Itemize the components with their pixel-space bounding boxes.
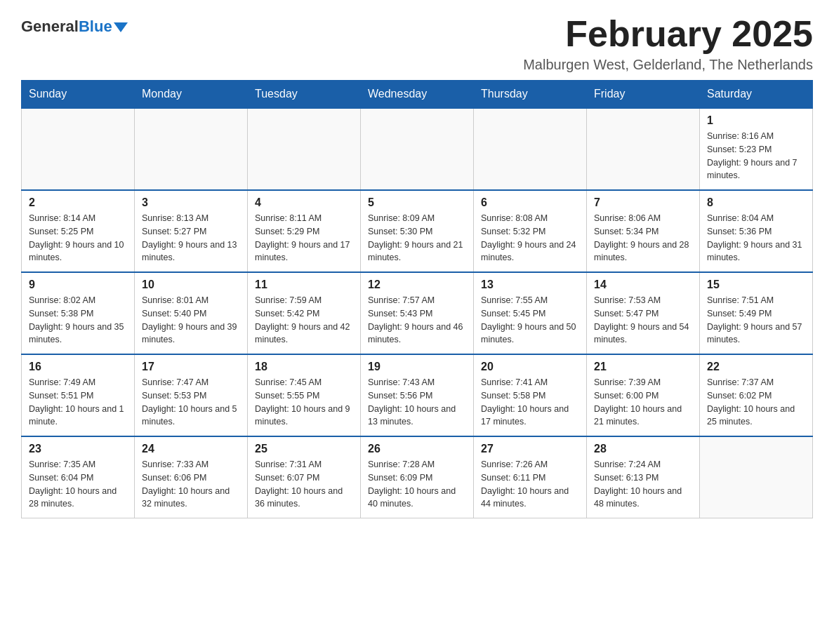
calendar-cell [361, 108, 474, 190]
day-info: Sunrise: 7:59 AM Sunset: 5:42 PM Dayligh… [255, 294, 353, 347]
month-year-title: February 2025 [523, 14, 813, 54]
day-of-week-monday: Monday [135, 81, 248, 109]
calendar-cell: 8Sunrise: 8:04 AM Sunset: 5:36 PM Daylig… [700, 190, 813, 272]
calendar-cell [248, 108, 361, 190]
days-of-week-row: SundayMondayTuesdayWednesdayThursdayFrid… [22, 81, 813, 109]
calendar-cell: 4Sunrise: 8:11 AM Sunset: 5:29 PM Daylig… [248, 190, 361, 272]
calendar-cell: 14Sunrise: 7:53 AM Sunset: 5:47 PM Dayli… [587, 272, 700, 354]
day-info: Sunrise: 7:43 AM Sunset: 5:56 PM Dayligh… [368, 376, 466, 429]
day-info: Sunrise: 7:37 AM Sunset: 6:02 PM Dayligh… [707, 376, 805, 429]
day-number: 6 [481, 196, 579, 209]
calendar-cell: 7Sunrise: 8:06 AM Sunset: 5:34 PM Daylig… [587, 190, 700, 272]
calendar-cell [700, 436, 813, 518]
day-info: Sunrise: 7:51 AM Sunset: 5:49 PM Dayligh… [707, 294, 805, 347]
day-info: Sunrise: 8:08 AM Sunset: 5:32 PM Dayligh… [481, 212, 579, 264]
day-of-week-sunday: Sunday [22, 81, 135, 109]
day-number: 15 [707, 279, 805, 291]
calendar-cell [587, 108, 700, 190]
calendar-week-4: 16Sunrise: 7:49 AM Sunset: 5:51 PM Dayli… [22, 354, 813, 436]
day-number: 3 [142, 196, 240, 209]
day-number: 16 [29, 361, 127, 373]
day-info: Sunrise: 7:26 AM Sunset: 6:11 PM Dayligh… [481, 458, 579, 511]
day-number: 19 [368, 361, 466, 373]
calendar-cell: 9Sunrise: 8:02 AM Sunset: 5:38 PM Daylig… [22, 272, 135, 354]
day-number: 27 [481, 443, 579, 455]
page-header: General Blue February 2025 Malburgen Wes… [21, 14, 813, 73]
calendar-cell [474, 108, 587, 190]
day-info: Sunrise: 7:47 AM Sunset: 5:53 PM Dayligh… [142, 376, 240, 429]
calendar-week-5: 23Sunrise: 7:35 AM Sunset: 6:04 PM Dayli… [22, 436, 813, 518]
calendar-cell: 19Sunrise: 7:43 AM Sunset: 5:56 PM Dayli… [361, 354, 474, 436]
calendar-cell: 18Sunrise: 7:45 AM Sunset: 5:55 PM Dayli… [248, 354, 361, 436]
day-number: 28 [594, 443, 692, 455]
calendar-cell: 23Sunrise: 7:35 AM Sunset: 6:04 PM Dayli… [22, 436, 135, 518]
calendar-cell: 13Sunrise: 7:55 AM Sunset: 5:45 PM Dayli… [474, 272, 587, 354]
day-number: 17 [142, 361, 240, 373]
logo-blue-text: Blue [79, 18, 112, 36]
day-number: 12 [368, 279, 466, 291]
day-info: Sunrise: 7:41 AM Sunset: 5:58 PM Dayligh… [481, 376, 579, 429]
calendar-cell: 20Sunrise: 7:41 AM Sunset: 5:58 PM Dayli… [474, 354, 587, 436]
day-info: Sunrise: 8:02 AM Sunset: 5:38 PM Dayligh… [29, 294, 127, 347]
logo-general-text: General [21, 18, 79, 36]
calendar-cell: 6Sunrise: 8:08 AM Sunset: 5:32 PM Daylig… [474, 190, 587, 272]
day-number: 10 [142, 279, 240, 291]
calendar-cell: 15Sunrise: 7:51 AM Sunset: 5:49 PM Dayli… [700, 272, 813, 354]
day-info: Sunrise: 7:31 AM Sunset: 6:07 PM Dayligh… [255, 458, 353, 511]
day-info: Sunrise: 8:01 AM Sunset: 5:40 PM Dayligh… [142, 294, 240, 347]
day-number: 11 [255, 279, 353, 291]
day-number: 4 [255, 196, 353, 209]
day-number: 21 [594, 361, 692, 373]
location-subtitle: Malburgen West, Gelderland, The Netherla… [523, 57, 813, 73]
day-info: Sunrise: 7:39 AM Sunset: 6:00 PM Dayligh… [594, 376, 692, 429]
day-number: 20 [481, 361, 579, 373]
day-info: Sunrise: 7:35 AM Sunset: 6:04 PM Dayligh… [29, 458, 127, 511]
day-number: 24 [142, 443, 240, 455]
day-number: 18 [255, 361, 353, 373]
day-info: Sunrise: 7:24 AM Sunset: 6:13 PM Dayligh… [594, 458, 692, 511]
calendar-week-1: 1Sunrise: 8:16 AM Sunset: 5:23 PM Daylig… [22, 108, 813, 190]
calendar-cell: 22Sunrise: 7:37 AM Sunset: 6:02 PM Dayli… [700, 354, 813, 436]
day-info: Sunrise: 7:53 AM Sunset: 5:47 PM Dayligh… [594, 294, 692, 347]
logo: General Blue [21, 14, 128, 36]
calendar-cell: 1Sunrise: 8:16 AM Sunset: 5:23 PM Daylig… [700, 108, 813, 190]
calendar-week-2: 2Sunrise: 8:14 AM Sunset: 5:25 PM Daylig… [22, 190, 813, 272]
day-of-week-saturday: Saturday [700, 81, 813, 109]
day-number: 1 [707, 114, 805, 127]
day-number: 14 [594, 279, 692, 291]
calendar-cell: 27Sunrise: 7:26 AM Sunset: 6:11 PM Dayli… [474, 436, 587, 518]
day-of-week-thursday: Thursday [474, 81, 587, 109]
logo-triangle-icon [114, 22, 128, 32]
calendar-cell: 5Sunrise: 8:09 AM Sunset: 5:30 PM Daylig… [361, 190, 474, 272]
day-of-week-wednesday: Wednesday [361, 81, 474, 109]
day-number: 13 [481, 279, 579, 291]
day-number: 22 [707, 361, 805, 373]
calendar-cell [135, 108, 248, 190]
calendar-cell: 21Sunrise: 7:39 AM Sunset: 6:00 PM Dayli… [587, 354, 700, 436]
calendar-cell: 3Sunrise: 8:13 AM Sunset: 5:27 PM Daylig… [135, 190, 248, 272]
day-info: Sunrise: 7:45 AM Sunset: 5:55 PM Dayligh… [255, 376, 353, 429]
calendar-week-3: 9Sunrise: 8:02 AM Sunset: 5:38 PM Daylig… [22, 272, 813, 354]
calendar-body: 1Sunrise: 8:16 AM Sunset: 5:23 PM Daylig… [22, 108, 813, 518]
day-info: Sunrise: 7:57 AM Sunset: 5:43 PM Dayligh… [368, 294, 466, 347]
day-of-week-tuesday: Tuesday [248, 81, 361, 109]
day-info: Sunrise: 8:16 AM Sunset: 5:23 PM Dayligh… [707, 130, 805, 182]
day-number: 26 [368, 443, 466, 455]
calendar-header: SundayMondayTuesdayWednesdayThursdayFrid… [22, 81, 813, 109]
calendar-cell: 28Sunrise: 7:24 AM Sunset: 6:13 PM Dayli… [587, 436, 700, 518]
day-info: Sunrise: 8:11 AM Sunset: 5:29 PM Dayligh… [255, 212, 353, 264]
day-number: 2 [29, 196, 127, 209]
day-info: Sunrise: 7:49 AM Sunset: 5:51 PM Dayligh… [29, 376, 127, 429]
day-number: 5 [368, 196, 466, 209]
day-number: 8 [707, 196, 805, 209]
day-number: 25 [255, 443, 353, 455]
day-info: Sunrise: 7:55 AM Sunset: 5:45 PM Dayligh… [481, 294, 579, 347]
calendar-cell: 24Sunrise: 7:33 AM Sunset: 6:06 PM Dayli… [135, 436, 248, 518]
day-of-week-friday: Friday [587, 81, 700, 109]
calendar-cell: 16Sunrise: 7:49 AM Sunset: 5:51 PM Dayli… [22, 354, 135, 436]
day-info: Sunrise: 7:28 AM Sunset: 6:09 PM Dayligh… [368, 458, 466, 511]
calendar-table: SundayMondayTuesdayWednesdayThursdayFrid… [21, 80, 813, 518]
day-info: Sunrise: 8:09 AM Sunset: 5:30 PM Dayligh… [368, 212, 466, 264]
day-info: Sunrise: 7:33 AM Sunset: 6:06 PM Dayligh… [142, 458, 240, 511]
day-info: Sunrise: 8:14 AM Sunset: 5:25 PM Dayligh… [29, 212, 127, 264]
